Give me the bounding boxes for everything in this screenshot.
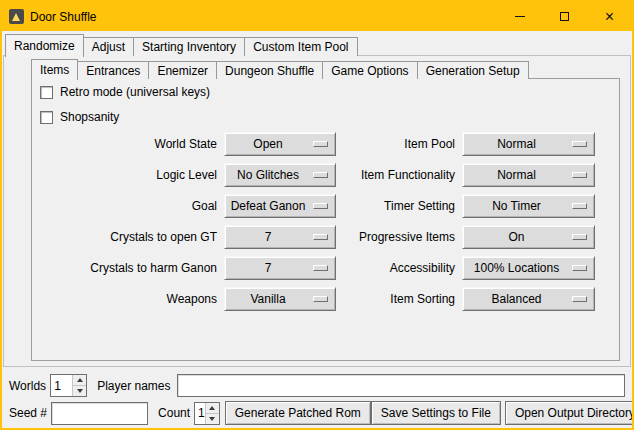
worlds-spinbox[interactable]: 1 <box>50 374 87 397</box>
settings-row: Weapons Vanilla Item Sorting Balanced <box>32 283 619 314</box>
spin-up-button[interactable] <box>206 403 219 413</box>
tab-randomize[interactable]: Randomize <box>5 34 84 57</box>
window-title: Door Shuffle <box>30 10 97 24</box>
retro-mode-row: Retro mode (universal keys) <box>40 85 210 99</box>
timer-setting-label: Timer Setting <box>336 199 462 213</box>
tab-starting-inventory[interactable]: Starting Inventory <box>133 37 245 56</box>
close-icon: × <box>605 9 614 25</box>
dropdown-indicator-icon <box>572 265 587 271</box>
logic-level-dropdown[interactable]: No Glitches <box>224 163 336 187</box>
maximize-button[interactable] <box>542 2 587 31</box>
player-names-input[interactable] <box>177 374 626 397</box>
dropdown-value: Vanilla <box>250 292 285 306</box>
seed-input[interactable] <box>51 402 148 425</box>
save-settings-button[interactable]: Save Settings to File <box>371 401 501 425</box>
generate-rom-button[interactable]: Generate Patched Rom <box>225 401 371 425</box>
tab-game-options[interactable]: Game Options <box>322 61 417 79</box>
dropdown-indicator-icon <box>313 203 328 209</box>
dropdown-value: 100% Locations <box>474 261 559 275</box>
dropdown-value: Defeat Ganon <box>231 199 306 213</box>
dropdown-value: No Timer <box>492 199 541 213</box>
goal-label: Goal <box>32 199 224 213</box>
item-functionality-dropdown[interactable]: Normal <box>462 163 595 187</box>
dropdown-value: Open <box>253 137 282 151</box>
app-icon <box>9 9 24 24</box>
arrow-up-icon <box>77 378 83 382</box>
open-output-directory-button[interactable]: Open Output Directory <box>505 401 634 425</box>
seed-label: Seed # <box>9 406 47 420</box>
arrow-down-icon <box>209 417 215 421</box>
maximize-icon <box>560 12 569 21</box>
items-tab-pane: Retro mode (universal keys) Shopsanity W… <box>31 78 620 361</box>
titlebar[interactable]: Door Shuffle × <box>2 2 632 31</box>
item-functionality-label: Item Functionality <box>336 168 462 182</box>
crystals-open-gt-dropdown[interactable]: 7 <box>224 225 336 249</box>
dropdown-indicator-icon <box>572 141 587 147</box>
minimize-icon <box>515 16 525 17</box>
outer-tab-bar: Randomize Adjust Starting Inventory Cust… <box>5 33 357 56</box>
dropdown-indicator-icon <box>572 234 587 240</box>
inner-tab-bar: Items Entrances Enemizer Dungeon Shuffle… <box>31 58 528 79</box>
shopsanity-checkbox[interactable] <box>40 111 53 124</box>
world-state-dropdown[interactable]: Open <box>224 132 336 156</box>
spin-up-button[interactable] <box>73 375 86 385</box>
arrow-up-icon <box>209 406 215 410</box>
progressive-items-label: Progressive Items <box>336 230 462 244</box>
minimize-button[interactable] <box>497 2 542 31</box>
settings-row: Crystals to open GT 7 Progressive Items … <box>32 221 619 252</box>
item-sorting-label: Item Sorting <box>336 292 462 306</box>
progressive-items-dropdown[interactable]: On <box>462 225 595 249</box>
spin-down-button[interactable] <box>206 413 219 424</box>
goal-dropdown[interactable]: Defeat Ganon <box>224 194 336 218</box>
window-controls: × <box>497 2 632 31</box>
world-state-label: World State <box>32 137 224 151</box>
tab-generation-setup[interactable]: Generation Setup <box>417 61 529 79</box>
dropdown-value: Normal <box>497 137 536 151</box>
shopsanity-row: Shopsanity <box>40 110 119 124</box>
dropdown-value: No Glitches <box>237 168 299 182</box>
worlds-label: Worlds <box>9 379 46 393</box>
worlds-value: 1 <box>51 375 72 396</box>
dropdown-value: On <box>508 230 524 244</box>
worlds-row: Worlds 1 Player names <box>9 374 625 397</box>
accessibility-label: Accessibility <box>336 261 462 275</box>
timer-setting-dropdown[interactable]: No Timer <box>462 194 595 218</box>
dropdown-indicator-icon <box>572 296 587 302</box>
tab-items[interactable]: Items <box>31 59 78 80</box>
dropdown-indicator-icon <box>572 172 587 178</box>
dropdown-indicator-icon <box>313 172 328 178</box>
weapons-dropdown[interactable]: Vanilla <box>224 287 336 311</box>
dropdown-indicator-icon <box>313 141 328 147</box>
settings-row: Logic Level No Glitches Item Functionali… <box>32 159 619 190</box>
dropdown-indicator-icon <box>313 234 328 240</box>
dropdown-value: 7 <box>265 261 272 275</box>
item-sorting-dropdown[interactable]: Balanced <box>462 287 595 311</box>
tab-enemizer[interactable]: Enemizer <box>148 61 217 79</box>
crystals-harm-ganon-dropdown[interactable]: 7 <box>224 256 336 280</box>
count-spin-buttons <box>205 403 219 424</box>
tab-entrances[interactable]: Entrances <box>77 61 149 79</box>
settings-grid: World State Open Item Pool Normal Logic … <box>32 128 619 314</box>
shopsanity-label: Shopsanity <box>60 110 119 124</box>
accessibility-dropdown[interactable]: 100% Locations <box>462 256 595 280</box>
crystals-harm-ganon-label: Crystals to harm Ganon <box>32 261 224 275</box>
logic-level-label: Logic Level <box>32 168 224 182</box>
dropdown-indicator-icon <box>313 265 328 271</box>
weapons-label: Weapons <box>32 292 224 306</box>
retro-mode-label: Retro mode (universal keys) <box>60 85 210 99</box>
spin-down-button[interactable] <box>73 385 86 396</box>
settings-row: Crystals to harm Ganon 7 Accessibility 1… <box>32 252 619 283</box>
seed-row: Seed # Count 1 Generate Patched Rom Save… <box>9 401 625 425</box>
retro-mode-checkbox[interactable] <box>40 86 53 99</box>
close-button[interactable]: × <box>587 2 632 31</box>
dropdown-indicator-icon <box>572 203 587 209</box>
tab-dungeon-shuffle[interactable]: Dungeon Shuffle <box>216 61 323 79</box>
settings-row: Goal Defeat Ganon Timer Setting No Timer <box>32 190 619 221</box>
randomize-tab-pane: Items Entrances Enemizer Dungeon Shuffle… <box>3 55 631 367</box>
item-pool-dropdown[interactable]: Normal <box>462 132 595 156</box>
dropdown-value: Normal <box>497 168 536 182</box>
tab-adjust[interactable]: Adjust <box>83 37 134 56</box>
count-spinbox[interactable]: 1 <box>194 402 220 425</box>
dropdown-value: Balanced <box>491 292 541 306</box>
tab-custom-item-pool[interactable]: Custom Item Pool <box>244 37 357 56</box>
